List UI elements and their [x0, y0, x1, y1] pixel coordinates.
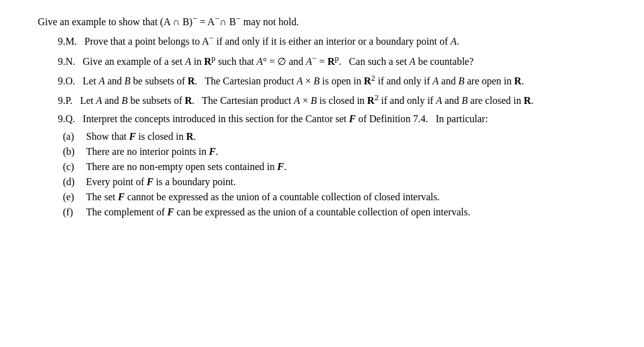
sub-item-c: (c) There are no non-empty open sets con…	[38, 159, 604, 174]
problem-9m: 9.M. Prove that a point belongs to A− if…	[38, 32, 604, 49]
sub-label-b: (b)	[63, 144, 81, 159]
sub-content-d: Every point of F is a boundary point.	[86, 174, 604, 190]
problem-9m-label: 9.M.	[58, 37, 77, 47]
sub-label-d: (d)	[63, 174, 81, 190]
sub-label-f: (f)	[63, 205, 81, 220]
sub-content-b: There are no interior points in F.	[86, 144, 604, 159]
problem-prelim: Give an example to show that (A ∩ B)− = …	[38, 13, 604, 30]
sub-item-e: (e) The set F cannot be expressed as the…	[38, 190, 604, 205]
sub-label-c: (c)	[63, 159, 81, 174]
sub-content-a: Show that F is closed in R.	[86, 129, 604, 144]
problem-9p: 9.P. Let A and B be subsets of R. The Ca…	[38, 91, 604, 108]
sub-label-e: (e)	[63, 190, 81, 205]
sub-content-e: The set F cannot be expressed as the uni…	[86, 190, 604, 205]
sub-content-f: The complement of F can be expressed as …	[86, 205, 604, 220]
problem-9q: 9.Q. Interpret the concepts introduced i…	[38, 111, 604, 127]
problem-9n-label: 9.N.	[58, 56, 75, 67]
page-content: Give an example to show that (A ∩ B)− = …	[38, 13, 604, 220]
sub-item-b: (b) There are no interior points in F.	[38, 144, 604, 159]
problem-9p-label: 9.P.	[58, 96, 72, 106]
sub-item-f: (f) The complement of F can be expressed…	[38, 205, 604, 220]
problem-9o-label: 9.O.	[58, 76, 75, 86]
problem-9o: 9.O. Let A and B be subsets of R. The Ca…	[38, 72, 604, 89]
sub-item-a: (a) Show that F is closed in R.	[38, 129, 604, 144]
sub-content-c: There are no non-empty open sets contain…	[86, 159, 604, 174]
sub-item-d: (d) Every point of F is a boundary point…	[38, 174, 604, 190]
problem-9n: 9.N. Give an example of a set A in Rp su…	[38, 52, 604, 69]
problem-9q-label: 9.Q.	[58, 113, 75, 124]
sub-label-a: (a)	[63, 129, 81, 144]
